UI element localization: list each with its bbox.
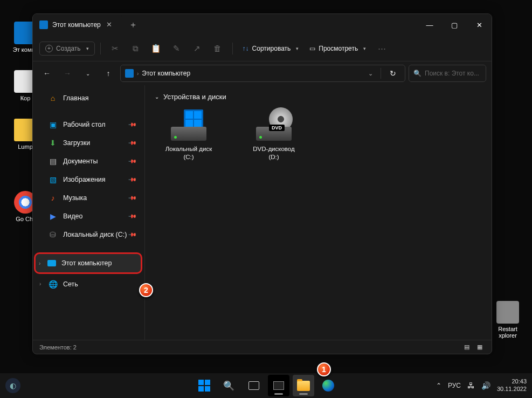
back-button[interactable]: ←: [38, 65, 56, 82]
drive-icon: [168, 109, 210, 141]
tab-close-button[interactable]: ✕: [105, 20, 114, 29]
tab-this-pc[interactable]: Этот компьютер ✕: [33, 14, 122, 36]
pin-icon: 📌: [128, 211, 137, 220]
sidebar-item-network[interactable]: › 🌐 Сеть: [36, 275, 141, 293]
widgets-button[interactable]: ◐: [5, 378, 20, 393]
forward-button[interactable]: →: [59, 65, 76, 82]
view-label: Просмотреть: [319, 45, 358, 52]
chevron-down-icon: ⌄: [155, 94, 159, 100]
document-icon: ▤: [48, 156, 58, 166]
chevron-right-icon[interactable]: ›: [39, 281, 41, 287]
sidebar-item-local-disk[interactable]: ⛁ Локальный диск (C:) 📌: [36, 225, 141, 243]
pin-icon: 📌: [128, 120, 137, 128]
network-icon[interactable]: 🖧: [467, 381, 475, 390]
start-button[interactable]: [194, 375, 215, 396]
edge-icon: [322, 380, 334, 392]
video-icon: ▶: [48, 211, 58, 221]
close-button[interactable]: ✕: [467, 14, 492, 36]
taskbar[interactable]: ◐ 🔍 ⌃ РУС 🖧 🔊 20:43 30.11.2022: [0, 373, 532, 398]
icons-view-button[interactable]: ▦: [474, 342, 485, 353]
drive-d[interactable]: DVD DVD-дисковод (D:): [244, 106, 303, 164]
content-area[interactable]: ⌄ Устройства и диски Локальный диск (C:): [145, 85, 492, 340]
sidebar-item-documents[interactable]: ▤ Документы 📌: [36, 152, 141, 170]
drives-row: Локальный диск (C:) DVD DVD-дисковод (D:…: [159, 106, 482, 164]
sidebar-item-this-pc[interactable]: › Этот компьютер: [34, 252, 142, 274]
copy-button[interactable]: ⧉: [127, 39, 145, 58]
drive-c[interactable]: Локальный диск (C:): [159, 106, 218, 164]
taskbar-explorer[interactable]: [293, 375, 314, 396]
sidebar-label: Видео: [63, 212, 83, 220]
minimize-button[interactable]: —: [417, 14, 442, 36]
more-button[interactable]: ⋯: [372, 39, 391, 58]
gears-icon: [496, 301, 519, 324]
chevron-down-icon: ▾: [86, 46, 89, 51]
sort-button[interactable]: ↑↓ Сортировать ▾: [238, 42, 303, 55]
sidebar-item-music[interactable]: ♪ Музыка 📌: [36, 189, 141, 207]
delete-button[interactable]: 🗑: [209, 39, 227, 58]
recent-button[interactable]: ⌄: [79, 65, 96, 82]
sidebar-item-pictures[interactable]: ▧ Изображения 📌: [36, 170, 141, 188]
taskview-button[interactable]: [243, 375, 265, 396]
monitor-icon: [125, 69, 134, 78]
create-button[interactable]: + Создать ▾: [39, 42, 95, 56]
search-icon: 🔍: [223, 380, 234, 392]
view-button[interactable]: ▭ Просмотреть ▾: [305, 42, 370, 55]
search-input[interactable]: 🔍 Поиск в: Этот ко...: [409, 65, 486, 82]
pin-icon: 📌: [128, 193, 137, 202]
separator: [381, 68, 381, 79]
breadcrumb-item[interactable]: Этот компьютер: [142, 70, 190, 77]
taskbar-edge[interactable]: [317, 375, 339, 396]
sidebar-label: Главная: [63, 94, 89, 102]
paste-button[interactable]: 📋: [147, 39, 165, 58]
cut-button[interactable]: ✂: [106, 39, 125, 58]
desktop-icon-restart[interactable]: Restart xplorer: [492, 301, 524, 339]
share-button[interactable]: ↗: [188, 39, 206, 58]
address-dropdown[interactable]: ⌄: [364, 70, 376, 77]
system-tray: ⌃ РУС 🖧 🔊 20:43 30.11.2022: [436, 378, 527, 393]
callout-1: 1: [317, 362, 331, 376]
separator: [232, 43, 233, 54]
sidebar-label: Документы: [63, 157, 98, 165]
clock[interactable]: 20:43 30.11.2022: [497, 378, 527, 393]
folder-icon: [297, 381, 310, 391]
sort-label: Сортировать: [252, 45, 291, 52]
navbar: ← → ⌄ ↑ › Этот компьютер ⌄ ↻ 🔍 Поиск в: …: [33, 61, 492, 85]
separator: [100, 43, 101, 54]
pin-icon: 📌: [128, 138, 137, 147]
picture-icon: ▧: [48, 175, 58, 184]
new-tab-button[interactable]: ＋: [122, 19, 144, 31]
details-view-button[interactable]: ▤: [461, 342, 472, 353]
titlebar[interactable]: Этот компьютер ✕ ＋ — ▢ ✕: [33, 14, 492, 36]
taskview-icon: [248, 381, 259, 390]
sidebar-label: Этот компьютер: [61, 259, 112, 267]
sidebar-item-desktop[interactable]: ▣ Рабочий стол 📌: [36, 115, 141, 133]
sidebar[interactable]: ⌂ Главная ▣ Рабочий стол 📌 ⬇ Загрузки 📌 …: [33, 85, 145, 340]
sort-icon: ↑↓: [243, 45, 249, 52]
refresh-button[interactable]: ↻: [385, 69, 400, 78]
up-button[interactable]: ↑: [100, 65, 117, 82]
plus-icon: +: [45, 45, 53, 52]
sidebar-label: Музыка: [63, 194, 87, 202]
taskbar-center: 🔍: [194, 375, 339, 396]
address-bar[interactable]: › Этот компьютер ⌄ ↻: [120, 65, 405, 82]
sidebar-item-videos[interactable]: ▶ Видео 📌: [36, 207, 141, 225]
window-controls: — ▢ ✕: [417, 14, 492, 36]
volume-icon[interactable]: 🔊: [481, 381, 490, 390]
chevron-right-icon: ›: [137, 71, 139, 77]
monitor-icon: [47, 260, 56, 266]
sidebar-label: Изображения: [63, 176, 106, 183]
status-bar: Элементов: 2 ▤ ▦: [33, 340, 492, 354]
group-header-drives[interactable]: ⌄ Устройства и диски: [155, 93, 482, 101]
rename-button[interactable]: ✎: [168, 39, 186, 58]
sidebar-item-downloads[interactable]: ⬇ Загрузки 📌: [36, 134, 141, 152]
sidebar-label: Загрузки: [63, 139, 90, 147]
taskbar-app-1[interactable]: [268, 375, 289, 396]
chevron-right-icon[interactable]: ›: [39, 260, 40, 266]
sidebar-item-home[interactable]: ⌂ Главная: [36, 89, 141, 107]
maximize-button[interactable]: ▢: [442, 14, 467, 36]
search-button[interactable]: 🔍: [218, 375, 240, 396]
sidebar-label: Локальный диск (C:): [63, 231, 127, 238]
language-indicator[interactable]: РУС: [448, 382, 461, 389]
dvd-drive-icon: DVD: [253, 109, 295, 141]
tray-overflow-button[interactable]: ⌃: [436, 382, 441, 389]
